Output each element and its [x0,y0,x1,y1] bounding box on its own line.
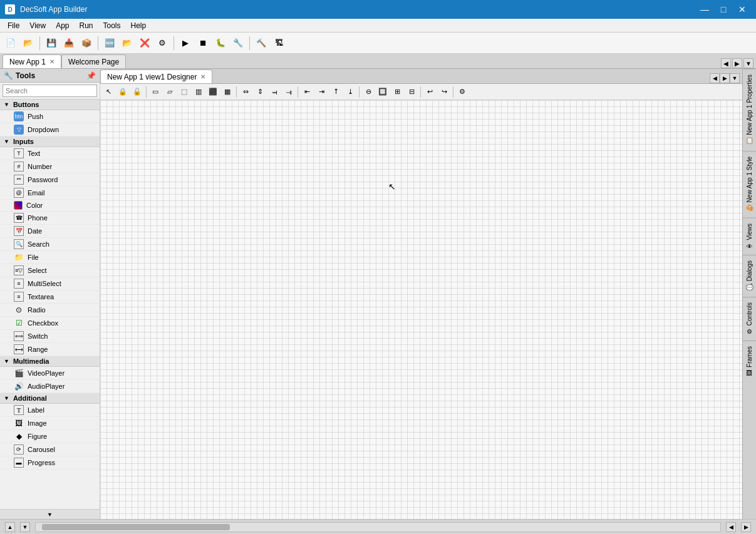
lock-button[interactable]: 🔒 [116,85,130,99]
new-app-button[interactable]: 🆕 [101,35,118,51]
tool-password[interactable]: ** Password [0,173,100,187]
right-panel-tab-style[interactable]: 🎨 New App 1 Style [743,151,756,218]
center-v-button[interactable]: ⇕ [253,85,267,99]
menu-run[interactable]: Run [75,20,98,31]
designer-tab-0-close[interactable]: ✕ [200,73,205,80]
save-all-button[interactable]: 📦 [78,35,95,51]
debug-button[interactable]: 🔧 [230,35,246,51]
tool-file[interactable]: 📁 File [0,251,100,264]
open-app-button[interactable]: 📂 [119,35,135,51]
scroll-down-button[interactable]: ▼ [20,522,30,532]
menu-view[interactable]: View [24,20,51,31]
right-panel-tab-dialogs[interactable]: 💬 Dialogs [743,255,756,297]
right-panel-tab-views[interactable]: 👁 Views [743,218,756,255]
close-app-button[interactable]: ❌ [137,35,153,51]
build-all-button[interactable]: 🏗 [271,35,287,51]
tool-image[interactable]: 🖼 Image [0,417,100,430]
minimize-button[interactable]: — [696,3,713,16]
category-inputs[interactable]: Inputs [0,136,100,147]
tool-radio[interactable]: ⊙ Radio [0,304,100,317]
align-top-button[interactable]: ⤒ [329,85,343,99]
save-as-button[interactable]: 📥 [61,35,77,51]
open-file-button[interactable]: 📂 [20,35,36,51]
designer-tab-list[interactable]: ▼ [730,73,740,83]
redo-button[interactable]: ↪ [437,85,451,99]
scroll-up-button[interactable]: ▲ [5,522,15,532]
scroll-right-button[interactable]: ▶ [741,522,751,532]
frame6-button[interactable]: ▦ [220,85,234,99]
tool-color[interactable]: Color [0,200,100,212]
right-panel-tab-frames[interactable]: 🖼 Frames [743,341,756,382]
category-buttons[interactable]: Buttons [0,100,100,110]
run-button[interactable]: ▶ [177,35,194,51]
app-tab-0[interactable]: New App 1 ✕ [3,54,61,68]
frame-button[interactable]: ▭ [148,85,162,99]
tool-textarea[interactable]: ≡ Textarea [0,290,100,304]
tool-carousel[interactable]: ⟳ Carousel [0,443,100,456]
tool-number[interactable]: # Number [0,160,100,173]
dist-h-button[interactable]: ⫤ [267,85,281,99]
designer-tab-prev[interactable]: ◀ [710,73,720,83]
run-debug-button[interactable]: 🐛 [212,35,229,51]
maximize-button[interactable]: □ [715,3,732,16]
scroll-left-button[interactable]: ◀ [726,522,736,532]
tool-dropdown[interactable]: ▽ Dropdown [0,123,100,136]
tool-text[interactable]: T Text [0,147,100,160]
tool-audioplayer[interactable]: 🔊 AudioPlayer [0,380,100,393]
center-h-button[interactable]: ⇔ [239,85,252,99]
align-bottom-button[interactable]: ⤓ [343,85,357,99]
build-button[interactable]: 🔨 [253,35,269,51]
difference-button[interactable]: ⊟ [405,85,418,99]
designer-tab-next[interactable]: ▶ [720,73,730,83]
stop-button[interactable]: ⏹ [195,35,211,51]
select-tool-button[interactable]: ↖ [101,85,115,99]
canvas-area[interactable]: ↖ [100,100,742,519]
tool-phone[interactable]: ☎ Phone [0,212,100,225]
frame2-button[interactable]: ▱ [163,85,177,99]
tool-label[interactable]: T Label [0,404,100,417]
dist-v-button[interactable]: ⫣ [282,85,296,99]
unlock-button[interactable]: 🔓 [130,85,144,99]
app-tab-1[interactable]: Welcome Page [61,54,126,68]
tools-pin-button[interactable]: 📌 [86,71,96,80]
save-button[interactable]: 💾 [43,35,60,51]
app-properties-button[interactable]: ⚙ [154,35,170,51]
category-additional[interactable]: Additional [0,393,100,404]
undo-button[interactable]: ↩ [423,85,437,99]
right-panel-tab-properties[interactable]: 📋 New App 1 Properties [743,69,756,151]
tool-search[interactable]: 🔍 Search [0,238,100,251]
designer-tab-0[interactable]: New App 1 view1 Designer ✕ [100,69,212,83]
tools-search-input[interactable] [3,85,97,97]
tool-select[interactable]: ≡▽ Select [0,264,100,277]
tool-push[interactable]: btn Push [0,110,100,123]
tool-date[interactable]: 📅 Date [0,225,100,238]
combine-button[interactable]: ⊞ [390,85,404,99]
tool-multiselect[interactable]: ≡ MultiSelect [0,277,100,290]
menu-file[interactable]: File [3,20,24,31]
tool-switch[interactable]: ⟺ Switch [0,330,100,343]
intersect-button[interactable]: 🔲 [376,85,390,99]
align-left-button[interactable]: ⇤ [300,85,314,99]
tool-progress[interactable]: ▬ Progress [0,456,100,470]
new-file-button[interactable]: 📄 [3,35,19,51]
subtract-button[interactable]: ⊖ [361,85,375,99]
frame3-button[interactable]: ⬚ [177,85,191,99]
tool-videoplayer[interactable]: 🎬 VideoPlayer [0,367,100,380]
tool-email[interactable]: @ Email [0,187,100,200]
right-panel-tab-controls[interactable]: ⚙ Controls [743,297,756,341]
tabs-next-button[interactable]: ▶ [732,58,742,68]
horizontal-scrollbar[interactable] [35,522,721,532]
tabs-list-button[interactable]: ▼ [743,58,753,68]
app-tab-0-close[interactable]: ✕ [49,58,54,65]
menu-app[interactable]: App [51,20,74,31]
tabs-prev-button[interactable]: ◀ [721,58,731,68]
canvas[interactable]: ↖ [100,100,742,519]
tool-range[interactable]: ⟷ Range [0,343,100,356]
frame5-button[interactable]: ⬛ [206,85,220,99]
menu-tools[interactable]: Tools [98,20,126,31]
tools-scroll-bottom[interactable]: ▼ [0,509,100,519]
settings-button[interactable]: ⚙ [455,85,469,99]
frame4-button[interactable]: ▥ [192,85,205,99]
close-button[interactable]: ✕ [733,3,751,16]
tool-checkbox[interactable]: ☑ Checkbox [0,317,100,330]
